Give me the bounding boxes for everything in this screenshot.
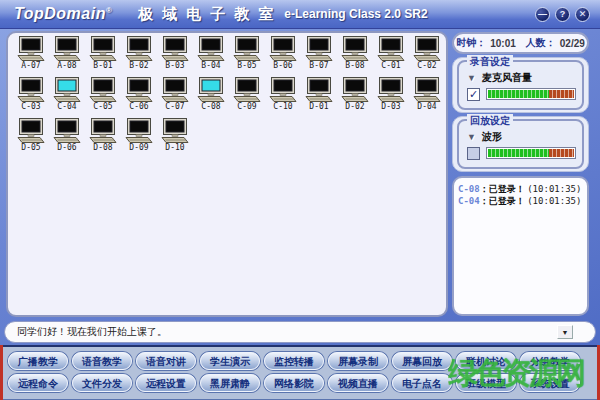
student-computer-B-04[interactable]: B-04 [193,36,229,77]
minimize-icon[interactable]: — [535,7,550,22]
student-computer-D-08[interactable]: D-08 [85,118,121,159]
student-computer-D-09[interactable]: D-09 [121,118,157,159]
student-computer-A-08[interactable]: A-08 [49,36,85,77]
toolbar-button[interactable]: 分组教学 [520,352,580,370]
computer-label: C-01 [381,61,400,70]
window-controls: — ? ✕ [535,7,590,22]
computer-icon [268,36,298,62]
mic-dropdown-icon[interactable]: ▼ [467,73,476,83]
help-icon[interactable]: ? [555,7,570,22]
computer-icon [232,77,262,103]
student-computer-B-07[interactable]: B-07 [301,36,337,77]
computer-label: B-02 [129,61,148,70]
volume-level-green [488,90,549,98]
computer-icon [304,36,334,62]
toolbar-button[interactable]: 电子点名 [392,374,452,392]
waveform-checkbox[interactable] [467,147,480,160]
student-computer-B-08[interactable]: B-08 [337,36,373,77]
student-computer-D-03[interactable]: D-03 [373,77,409,118]
student-computer-C-09[interactable]: C-09 [229,77,265,118]
student-computer-A-07[interactable]: A-07 [13,36,49,77]
computer-icon [268,77,298,103]
volume-level-red [549,90,574,98]
computer-icon [52,36,82,62]
student-computer-C-02[interactable]: C-02 [409,36,445,77]
student-computer-B-01[interactable]: B-01 [85,36,121,77]
computer-icon [376,77,406,103]
computer-label: D-06 [57,143,76,152]
computer-label: B-01 [93,61,112,70]
student-computer-C-07[interactable]: C-07 [157,77,193,118]
close-icon[interactable]: ✕ [575,7,590,22]
toolbar-button[interactable]: 屏幕录制 [328,352,388,370]
computer-icon [160,118,190,144]
toolbar-button[interactable]: 学生演示 [200,352,260,370]
record-settings-panel: 录音设定 ▼ 麦克风音量 ✓ [452,57,589,113]
computer-icon [16,77,46,103]
student-computer-D-04[interactable]: D-04 [409,77,445,118]
computer-icon [124,36,154,62]
student-computer-D-02[interactable]: D-02 [337,77,373,118]
student-computer-B-02[interactable]: B-02 [121,36,157,77]
toolbar-button[interactable]: 联机讨论 [456,352,516,370]
toolbar-button[interactable]: 广播教学 [8,352,68,370]
count-label: 人数： [526,36,556,50]
computer-label: C-05 [93,102,112,111]
student-computer-D-01[interactable]: D-01 [301,77,337,118]
desktop-edge-left [0,345,3,400]
volume-level-green [488,149,549,157]
student-computer-B-06[interactable]: B-06 [265,36,301,77]
log-entry: C-08：已登录！ (10:01:35) [458,183,583,195]
toolbar-button[interactable]: 语音对讲 [136,352,196,370]
computer-icon [340,77,370,103]
computer-label: C-04 [57,102,76,111]
student-computer-D-06[interactable]: D-06 [49,118,85,159]
computer-label: C-09 [237,102,256,111]
toolbar-button[interactable]: 语音教学 [72,352,132,370]
message-text: 同学们好！现在我们开始上课了。 [17,325,557,339]
student-computer-C-05[interactable]: C-05 [85,77,121,118]
computer-label: B-05 [237,61,256,70]
waveform-dropdown-icon[interactable]: ▼ [467,132,476,142]
toolbar-button[interactable]: 监控转播 [264,352,324,370]
toolbar-button[interactable]: 班级模型 [456,374,516,392]
message-dropdown-icon[interactable]: ▼ [557,325,573,339]
computer-icon [232,36,262,62]
computer-icon [88,77,118,103]
student-computer-C-03[interactable]: C-03 [13,77,49,118]
computer-label: B-06 [273,61,292,70]
computer-label: D-10 [165,143,184,152]
toolbar-row1: 广播教学语音教学语音对讲学生演示监控转播屏幕录制屏幕回放联机讨论分组教学 [8,352,600,370]
toolbar-button[interactable]: 远程命令 [8,374,68,392]
student-computer-B-03[interactable]: B-03 [157,36,193,77]
toolbar-button[interactable]: 系统设置 [520,374,580,392]
log-entry: C-04：已登录！ (10:01:35) [458,195,583,207]
student-computer-C-01[interactable]: C-01 [373,36,409,77]
computer-label: D-03 [381,102,400,111]
student-computer-C-08[interactable]: C-08 [193,77,229,118]
toolbar-button[interactable]: 文件分发 [72,374,132,392]
toolbar-button[interactable]: 远程设置 [136,374,196,392]
brand-logo: TopDomain® [14,5,112,23]
computer-label: B-07 [309,61,328,70]
window-title-cn: 极域电子教室 [138,5,282,24]
message-bar: 同学们好！现在我们开始上课了。 ▼ [4,321,596,343]
student-computer-D-10[interactable]: D-10 [157,118,193,159]
event-log-panel[interactable]: C-08：已登录！ (10:01:35)C-04：已登录！ (10:01:35) [452,176,589,316]
computer-label: A-08 [57,61,76,70]
toolbar-button[interactable]: 屏幕回放 [392,352,452,370]
toolbar-button[interactable]: 网络影院 [264,374,324,392]
student-computer-C-06[interactable]: C-06 [121,77,157,118]
mic-checkbox[interactable]: ✓ [467,88,480,101]
student-computer-D-05[interactable]: D-05 [13,118,49,159]
computer-label: B-04 [201,61,220,70]
student-computer-C-04[interactable]: C-04 [49,77,85,118]
computer-icon [124,118,154,144]
computer-icon [52,77,82,103]
toolbar-button[interactable]: 视频直播 [328,374,388,392]
toolbar-button[interactable]: 黑屏肃静 [200,374,260,392]
computer-label: D-09 [129,143,148,152]
student-computer-B-05[interactable]: B-05 [229,36,265,77]
computer-icon [376,36,406,62]
student-computer-C-10[interactable]: C-10 [265,77,301,118]
